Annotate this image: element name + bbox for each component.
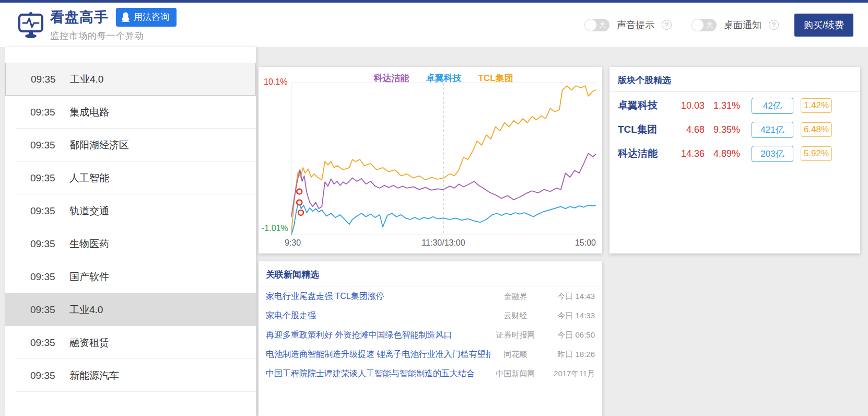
alert-sector-label: 融资租赁 [69,336,109,350]
alert-list-item[interactable]: 09:35 工业4.0 [5,293,256,326]
y-axis-min-label: -1.01% [262,224,288,233]
alert-sector-label: 新能源汽车 [69,369,119,383]
news-title-link[interactable]: 再迎多重政策利好 外资抢滩中国绿色智能制造风口 [266,330,490,341]
news-time: 2017年11月 [541,369,595,379]
market-cap-badge: 421亿 [752,122,793,138]
sector-stocks-panel: 版块个股精选 卓翼科技 10.03 1.31% 42亿 1.42% TCL集团 … [609,67,860,253]
sound-help-icon[interactable]: ? [662,20,672,30]
app-header: 看盘高手 用法咨询 监控市场的每一个异动 关 声音提示 ? 关 桌面通知 ? [0,3,868,47]
stock-price: 10.03 [672,100,705,111]
stocks-table: 卓翼科技 10.03 1.31% 42亿 1.42% TCL集团 4.68 9.… [618,95,852,164]
alert-time: 09:35 [30,140,69,151]
news-title-link[interactable]: 电池制造商智能制造升级提速 锂离子电池行业准入门槛有望抬高 [266,349,490,360]
x-axis-labels: 9:30 11:30/13:00 15:00 [291,238,596,250]
related-news-panel: 关联新闻精选 家电行业尾盘走强 TCL集团涨停 金融界 今日 14:43 家电个… [259,261,602,416]
alert-time: 09:35 [30,238,69,250]
alert-sector-label: 鄱阳湖经济区 [69,138,129,152]
buy-renew-button[interactable]: 购买/续费 [794,14,853,37]
alert-list-item[interactable]: 09:35 国产软件 [5,260,256,293]
turnover-badge: 6.48% [801,122,832,137]
qq-penguin-icon [121,12,130,22]
alert-list-sidebar: 09:35 工业4.0 09:35 集成电路 09:35 鄱阳湖经济区 09:3… [5,47,256,416]
sound-alert-label: 声音提示 [617,19,654,31]
news-row: 家电个股走强 云财经 今日 14:33 [266,306,595,325]
alert-marker [297,200,302,205]
alert-list-item[interactable]: 09:35 集成电路 [5,96,256,129]
main-area: 09:35 工业4.0 09:35 集成电路 09:35 鄱阳湖经济区 09:3… [0,47,868,416]
alert-list-item[interactable]: 09:35 新能源汽车 [5,359,256,392]
alert-marker [298,210,303,215]
news-list: 家电行业尾盘走强 TCL集团涨停 金融界 今日 14:43 家电个股走强 云财经… [266,287,595,383]
x-tick-close: 15:00 [575,238,596,248]
toggle-state-label: 关 [706,20,713,30]
stock-name-link[interactable]: 科达洁能 [618,147,672,160]
alert-sector-label: 工业4.0 [70,73,103,86]
line-series [291,202,596,235]
news-panel-title: 关联新闻精选 [266,261,595,286]
alert-list-item[interactable]: 09:35 工业4.0 [5,63,256,96]
news-row: 再迎多重政策利好 外资抢滩中国绿色智能制造风口 证券时报网 今日 06:50 [266,326,595,344]
alert-sector-label: 轨道交通 [69,204,109,218]
market-cap-badge: 42亿 [752,98,793,114]
stock-name-link[interactable]: 卓翼科技 [618,99,672,112]
stock-price: 14.36 [672,148,705,159]
alert-sector-label: 人工智能 [69,171,109,185]
divider [257,286,603,286]
turnover-badge: 5.92% [801,146,832,161]
toggle-knob [585,19,596,31]
news-source: 中国新闻网 [490,369,541,379]
alert-time: 09:35 [30,304,69,316]
x-tick-midday: 11:30/13:00 [291,238,596,248]
chart-svg [291,83,596,235]
stock-name-link[interactable]: TCL集团 [618,123,672,136]
desktop-help-icon[interactable]: ? [769,20,779,30]
alert-time: 09:35 [30,370,69,382]
news-title-link[interactable]: 家电行业尾盘走强 TCL集团涨停 [266,291,490,302]
stock-row: TCL集团 4.68 9.35% 421亿 6.48% [618,119,852,140]
alert-list-item[interactable]: 09:35 鄱阳湖经济区 [5,129,256,161]
alert-sector-label: 国产软件 [69,270,109,284]
news-row: 中国工程院院士谭建荣谈人工智能与智能制造的五大结合 中国新闻网 2017年11月 [266,364,595,383]
desktop-notify-toggle[interactable]: 关 [691,19,717,31]
app-subtitle: 监控市场的每一个异动 [50,30,177,42]
alert-marker [297,189,302,194]
news-title-link[interactable]: 家电个股走强 [266,310,490,321]
alert-time: 09:35 [31,74,70,85]
stock-row: 卓翼科技 10.03 1.31% 42亿 1.42% [618,95,852,116]
news-source: 证券时报网 [490,330,541,340]
toggle-knob [692,19,703,31]
toggle-state-label: 关 [599,20,606,30]
page-title: 看盘高手 [50,8,109,27]
alert-sector-label: 集成电路 [69,106,109,119]
sound-alert-toggle[interactable]: 关 [584,19,609,31]
news-source: 云财经 [490,311,541,321]
stock-row: 科达洁能 14.36 4.89% 203亿 5.92% [618,143,852,164]
alert-list-item[interactable]: 09:35 生物医药 [5,227,256,260]
alert-list-item[interactable]: 09:35 轨道交通 [5,194,256,227]
news-time: 今日 06:50 [541,330,595,340]
desktop-notify-label: 桌面通知 [724,19,761,31]
alert-sector-label: 工业4.0 [69,303,103,317]
intraday-chart-card: 科达洁能 卓翼科技 TCL集团 10.1% -1.01% 9:30 11:30/… [259,67,602,253]
news-title-link[interactable]: 中国工程院院士谭建荣谈人工智能与智能制造的五大结合 [266,368,490,379]
news-time: 今日 14:33 [541,311,595,321]
alert-list-item[interactable]: 09:35 人工智能 [5,161,256,194]
alert-time: 09:35 [30,107,69,118]
stock-change-pct: 1.31% [705,100,740,111]
news-source: 同花顺 [490,350,541,360]
divider [609,91,860,92]
stock-change-pct: 9.35% [705,124,740,135]
alert-time: 09:35 [30,172,69,184]
alert-list-item[interactable]: 09:35 融资租赁 [5,326,256,359]
stock-price: 4.68 [672,124,705,135]
turnover-badge: 1.42% [801,98,832,113]
chart-plot-area [291,83,596,235]
news-time: 今日 14:43 [541,292,595,302]
app-logo-icon [18,11,44,39]
consult-button[interactable]: 用法咨询 [116,8,177,27]
news-row: 电池制造商智能制造升级提速 锂离子电池行业准入门槛有望抬高 同花顺 昨日 18:… [266,345,595,364]
news-time: 昨日 18:26 [541,350,595,360]
alert-time: 09:35 [30,271,69,283]
y-axis-max-label: 10.1% [264,77,287,87]
market-cap-badge: 203亿 [752,146,793,162]
